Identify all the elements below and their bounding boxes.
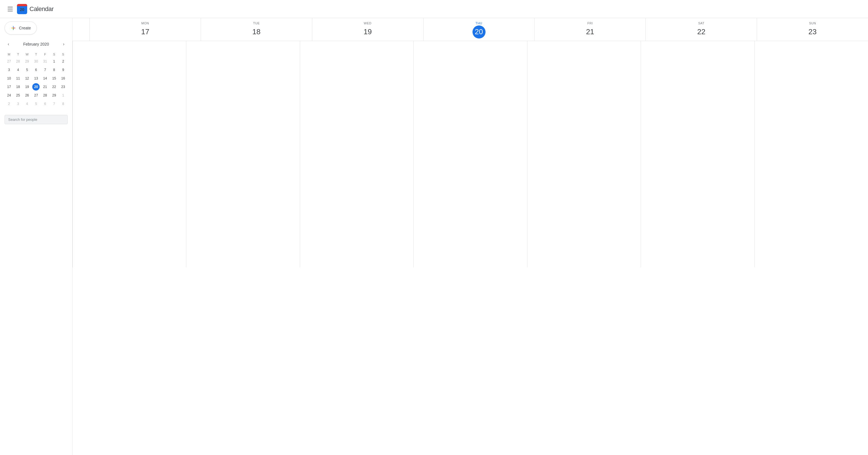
day-header-thu: T: [32, 52, 41, 57]
mini-cal-day: 7: [40, 66, 50, 74]
mini-cal-week: 2345678: [4, 100, 68, 108]
mini-cal-day: 28: [40, 91, 50, 100]
mini-cal-day: 27: [4, 57, 13, 66]
mini-cal-day: 11: [13, 74, 23, 83]
mini-cal-day: 5: [23, 66, 32, 74]
cal-col-22[interactable]: [641, 41, 754, 267]
cal-day-header-19[interactable]: WED19: [312, 18, 423, 41]
mini-cal-day: 26: [23, 91, 32, 100]
mini-cal-day: 17: [4, 83, 13, 91]
app-header: 20 Calendar: [0, 0, 868, 18]
cal-col-17[interactable]: [72, 41, 186, 267]
cal-col-20[interactable]: [413, 41, 527, 267]
cal-day-number: 17: [139, 26, 152, 38]
mini-calendar: ‹ February 2020 › M T W T F S S: [4, 39, 68, 108]
app-body: Create ‹ February 2020 › M T W T F S: [0, 18, 868, 455]
create-label: Create: [19, 26, 31, 30]
mini-cal-day: 1: [50, 57, 59, 66]
calendar-body: [72, 41, 868, 267]
mini-cal-day: 19: [23, 83, 32, 91]
mini-cal-day: 21: [40, 83, 50, 91]
cal-day-name: WED: [312, 22, 423, 25]
cal-day-header-22[interactable]: SAT22: [646, 18, 757, 41]
day-header-wed: W: [23, 52, 32, 57]
sidebar: Create ‹ February 2020 › M T W T F S: [0, 18, 72, 455]
mini-cal-day: 6: [40, 100, 50, 108]
day-header-mon: M: [4, 52, 13, 57]
cal-col-23[interactable]: [754, 41, 868, 267]
mini-cal-day: 29: [23, 57, 32, 66]
search-people-input[interactable]: [4, 115, 68, 124]
cal-day-name: TUE: [201, 22, 312, 25]
mini-cal-header: ‹ February 2020 ›: [4, 39, 68, 49]
cal-col-18[interactable]: [186, 41, 300, 267]
mini-cal-week: 17181920212223: [4, 83, 68, 91]
cal-day-name: SUN: [757, 22, 868, 25]
mini-cal-day: 13: [32, 74, 41, 83]
mini-cal-week: 2425262728291: [4, 91, 68, 100]
cal-day-header-23[interactable]: SUN23: [757, 18, 868, 41]
cal-day-name: SAT: [646, 22, 757, 25]
mini-cal-day: 6: [32, 66, 41, 74]
mini-cal-day: 7: [50, 100, 59, 108]
mini-cal-day: 15: [50, 74, 59, 83]
cal-day-number: 20: [472, 26, 486, 38]
mini-cal-day: 3: [4, 66, 13, 74]
cal-day-number: 22: [695, 26, 708, 38]
cal-day-header-21[interactable]: FRI21: [534, 18, 646, 41]
cal-col-19[interactable]: [300, 41, 413, 267]
mini-cal-day-headers: M T W T F S S: [4, 52, 68, 57]
mini-cal-day: 3: [13, 100, 23, 108]
menu-button[interactable]: [4, 3, 16, 15]
mini-cal-day: 23: [59, 83, 68, 91]
mini-cal-day: 16: [59, 74, 68, 83]
mini-cal-day: 14: [40, 74, 50, 83]
mini-cal-day: 8: [50, 66, 59, 74]
mini-cal-day: 2: [59, 57, 68, 66]
mini-cal-day: 4: [23, 100, 32, 108]
mini-cal-month-year: February 2020: [23, 42, 49, 46]
day-header-sat: S: [50, 52, 59, 57]
mini-cal-day: 10: [4, 74, 13, 83]
create-button[interactable]: Create: [4, 22, 37, 35]
day-header-fri: F: [40, 52, 50, 57]
mini-cal-day: 18: [13, 83, 23, 91]
cal-day-number: 21: [584, 26, 596, 38]
mini-cal-day: 25: [13, 91, 23, 100]
mini-cal-day: 5: [32, 100, 41, 108]
app-title: Calendar: [29, 5, 54, 13]
mini-cal-day: 22: [50, 83, 59, 91]
day-header-tue: T: [13, 52, 23, 57]
cal-day-header-20[interactable]: THU20: [423, 18, 534, 41]
mini-cal-day: 4: [13, 66, 23, 74]
mini-cal-day: 1: [59, 91, 68, 100]
calendar-columns: [72, 41, 868, 267]
mini-cal-day: 9: [59, 66, 68, 74]
mini-cal-day: 30: [32, 57, 41, 66]
app-logo[interactable]: 20 Calendar: [17, 4, 54, 14]
calendar-logo-icon: 20: [17, 4, 27, 14]
cal-day-name: MON: [90, 22, 201, 25]
mini-cal-day: 27: [32, 91, 41, 100]
cal-day-header-17[interactable]: MON17: [89, 18, 201, 41]
mini-cal-grid: M T W T F S S 27282930311234567891011121…: [4, 52, 68, 108]
cal-day-number: 19: [361, 26, 374, 38]
time-gutter-header: [72, 18, 89, 41]
mini-cal-prev-button[interactable]: ‹: [4, 40, 12, 48]
main-calendar: MON17TUE18WED19THU20FRI21SAT22SUN23: [72, 18, 868, 455]
cal-day-number: 23: [806, 26, 819, 38]
mini-cal-day: 20: [32, 83, 41, 91]
mini-cal-day: 8: [59, 100, 68, 108]
cal-day-header-18[interactable]: TUE18: [201, 18, 312, 41]
mini-cal-week: 10111213141516: [4, 74, 68, 83]
calendar-day-headers: MON17TUE18WED19THU20FRI21SAT22SUN23: [72, 18, 868, 41]
cal-day-name: THU: [424, 22, 534, 25]
mini-cal-week: 3456789: [4, 66, 68, 74]
cal-col-21[interactable]: [527, 41, 641, 267]
cal-day-name: FRI: [534, 22, 646, 25]
mini-cal-day: 29: [50, 91, 59, 100]
mini-cal-day: 28: [13, 57, 23, 66]
mini-cal-day: 31: [40, 57, 50, 66]
mini-cal-next-button[interactable]: ›: [60, 40, 68, 48]
mini-cal-day: 2: [4, 100, 13, 108]
